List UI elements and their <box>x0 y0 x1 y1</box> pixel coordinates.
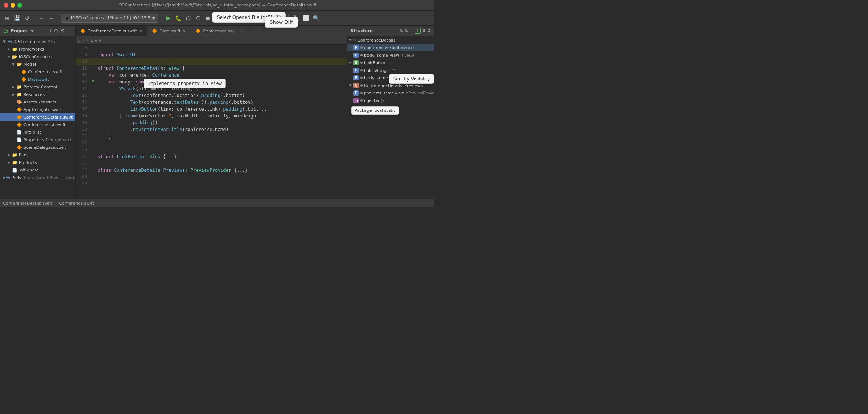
fold-indicator[interactable]: ◦ <box>92 113 94 116</box>
tree-item-conferencedetails[interactable]: 🔶 ConferenceDetails.swift <box>0 113 75 121</box>
issue-nav-up[interactable]: ∧ <box>95 38 98 43</box>
tab-close-button[interactable]: ✕ <box>183 29 186 33</box>
struct-item-link-field[interactable]: F link: String = "" <box>347 66 434 74</box>
folder-icon: 📂 <box>17 62 22 67</box>
tree-item-scenedelegate[interactable]: 🔶 SceneDelegate.swift <box>0 144 75 151</box>
maximize-button[interactable] <box>17 3 22 8</box>
tree-item-products[interactable]: ▶ 📁 Products <box>0 159 75 166</box>
issue-nav-down[interactable]: ∨ <box>99 38 102 43</box>
back-button[interactable]: ← <box>37 13 45 23</box>
stop-button[interactable]: ⏹ <box>204 13 212 23</box>
panel-toggle-button[interactable]: ⬜ <box>302 13 310 23</box>
structure-header: Structure Sort by Visibility ⇅ ⇅ ⊤ ⊤ ⬇ ⚙ <box>347 26 434 36</box>
issue-count: ✓ 1 <box>86 38 93 43</box>
forward-button[interactable]: → <box>47 13 55 23</box>
code-editor[interactable]: 8 9 import SwiftUI 10 11 <box>76 45 347 199</box>
code-line-10: 10 <box>76 58 347 65</box>
folder-icon: 📁 <box>17 85 22 90</box>
plist-icon: 📄 <box>17 130 22 135</box>
run-button[interactable]: ▶ <box>164 13 172 23</box>
scheme-label: iOSConferences | iPhone 11 | iOS 13.5 <box>71 15 150 20</box>
class-badge: C <box>353 83 359 88</box>
tree-item-resources[interactable]: ▶ 📁 Resources <box>0 91 75 98</box>
editor-container: 🔶 ConferenceDetails.swift ✕ 🔶 Data.swift… <box>76 26 347 199</box>
struct-badge: S <box>353 60 359 65</box>
tree-item-model[interactable]: ▼ 📂 Model <box>0 60 75 68</box>
tab-data[interactable]: 🔶 Data.swift ✕ <box>147 26 191 36</box>
collapse-structure-button[interactable]: ⬇ <box>422 28 426 33</box>
add-file-button[interactable]: + <box>49 28 52 34</box>
struct-item-previews-field[interactable]: F previews: some View ↑PreviewProvider <box>347 89 434 97</box>
save-button[interactable]: 💾 <box>13 13 22 23</box>
code-line-16: 16 Text(conference.textDates()).padding(… <box>76 99 347 106</box>
swift-file-icon: 🔶 <box>17 115 22 120</box>
tree-item-pods[interactable]: ▶ 📁 Pods <box>0 151 75 159</box>
tree-label: Frameworks <box>19 47 44 52</box>
minimize-button[interactable] <box>11 3 15 8</box>
tabs-bar: 🔶 ConferenceDetails.swift ✕ 🔶 Data.swift… <box>76 26 347 36</box>
tree-item-infoplist[interactable]: 📄 Info.plist <box>0 128 75 136</box>
tab-close-button[interactable]: ✕ <box>139 29 142 33</box>
tree-item-iosconferences-folder[interactable]: ▼ 📂 iOSConferences <box>0 53 75 60</box>
tree-item-gitignore[interactable]: 📄 .gitignore <box>0 166 75 174</box>
struct-label: conference: Conference <box>364 45 414 50</box>
struct-item-injected[interactable]: m injected() Package-local static <box>347 97 434 104</box>
collapse-button[interactable]: — <box>67 28 72 34</box>
sidebar-title: Project <box>11 28 27 33</box>
tree-item-assets[interactable]: 🎨 Assets.xcassets <box>0 98 75 106</box>
chevron-right-icon: ▶ <box>12 85 17 89</box>
chevron-right-icon: ▶ <box>8 161 12 164</box>
fold-indicator[interactable]: ◉ <box>92 79 94 82</box>
struct-item-conference-field[interactable]: F conference: Conference <box>347 44 434 51</box>
sort-za-button[interactable]: ⇅ <box>405 28 408 33</box>
file-icon: 📄 <box>12 168 17 173</box>
tab-conferencedetails[interactable]: 🔶 ConferenceDetails.swift ✕ <box>76 26 147 36</box>
chevron-down-icon: ▼ <box>12 62 17 66</box>
chevron-right-icon: ▶ <box>3 176 6 179</box>
jump-bar: ... › ✓ 1 ∧ ∨ <box>76 36 347 45</box>
chevron-right-icon: ▶ <box>12 93 17 96</box>
struct-item-body-field[interactable]: F body: some View ↑View <box>347 51 434 59</box>
swift-tab-icon: 🔶 <box>80 29 85 34</box>
code-line-17: 17 LinkButton(link: conference.link).pad… <box>76 106 347 113</box>
gear-button[interactable]: ⚙ <box>60 28 65 34</box>
sort-az-button[interactable]: ⇅ <box>400 28 403 33</box>
search-button[interactable]: 🔍 <box>312 13 321 23</box>
scheme-selector[interactable]: 📱 iOSConferences | iPhone 11 | iOS 13.5 … <box>61 14 158 23</box>
tree-item-preview-content[interactable]: ▶ 📁 Preview Content <box>0 83 75 91</box>
settings-structure-button[interactable]: ⚙ <box>427 28 431 33</box>
tree-item-properties[interactable]: 📄 Properties file oryboard <box>0 136 75 144</box>
tree-item-conference-swift[interactable]: 🔶 Conference.swift <box>0 68 75 76</box>
field-badge: F <box>353 90 359 96</box>
tab-conference[interactable]: 🔶 Conference.swi... ✕ <box>191 26 249 36</box>
struct-item-conferencedetails[interactable]: ▼ ConferenceDetails <box>347 36 434 44</box>
tab-close-button[interactable]: ✕ <box>241 29 244 33</box>
tab-label: Data.swift <box>160 29 181 34</box>
struct-label: previews: some View ↑PreviewProvider <box>364 91 434 95</box>
instrument-button[interactable]: ⏱ <box>194 13 202 23</box>
tree-item-iosconferences-root[interactable]: ▼ 🗃 iOSConferences /Use... <box>0 38 75 45</box>
tree-label: iOSConferences <box>19 54 52 59</box>
debug-button[interactable]: 🐛 <box>174 13 183 23</box>
chevron-down-icon: ▼ <box>349 83 353 87</box>
field-badge: F <box>353 68 359 73</box>
close-button[interactable] <box>4 3 8 8</box>
tree-item-frameworks[interactable]: ▶ 📁 Frameworks <box>0 45 75 53</box>
filter-structure-button[interactable]: ⊤ <box>409 28 413 33</box>
tree-item-data-swift[interactable]: 🔶 Data.swift <box>0 76 75 83</box>
profile-button[interactable]: ⬡ <box>184 13 192 23</box>
filter-button[interactable]: ⊕ <box>54 28 58 34</box>
project-dropdown-button[interactable]: ▼ <box>30 29 34 33</box>
fold-indicator[interactable]: ◦ <box>92 133 94 137</box>
tree-label-suffix: oryboard <box>52 137 71 142</box>
folder-icon: 📁 <box>12 153 17 158</box>
traffic-lights[interactable] <box>4 3 22 8</box>
tree-item-pods-root[interactable]: ▶ 🗃 Pods /Users/jsmith/Swift/Tutorials/a… <box>0 174 75 181</box>
sort-visibility-active-button[interactable]: ⊤ <box>415 28 421 34</box>
tree-label: Products <box>19 160 37 165</box>
struct-item-linkbutton[interactable]: ▼ S LinkButton <box>347 59 434 66</box>
tree-item-appdelegate[interactable]: 🔶 AppDelegate.swift <box>0 106 75 113</box>
refresh-button[interactable]: ↺ <box>23 13 31 23</box>
new-file-button[interactable]: ⊞ <box>3 13 11 23</box>
tree-item-conferencelist[interactable]: 🔶 ConferenceList.swift <box>0 121 75 128</box>
